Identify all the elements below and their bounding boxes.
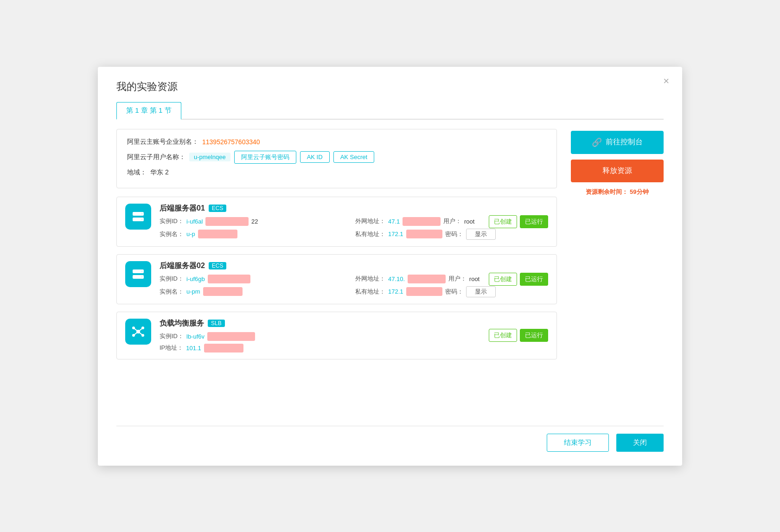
- svg-point-2: [141, 213, 143, 215]
- ecs02-actions: 已创建 已运行: [489, 273, 548, 286]
- main-content: 阿里云主账号企业别名： 1139526757603340 阿里云子用户名称： u…: [116, 129, 664, 412]
- slb-row2: IP地址： 101.1: [160, 344, 548, 353]
- slb-icon: [125, 319, 151, 345]
- slb-ip-blurred: [204, 344, 243, 353]
- ecs01-instance-id-blurred: [205, 217, 249, 226]
- slb-instance-id-value: lb-uf6v: [186, 333, 205, 340]
- link-icon: 🔗: [592, 137, 602, 147]
- ecs01-badge: ECS: [209, 205, 227, 212]
- ecs02-private-ip-label: 私有地址：: [355, 288, 385, 296]
- ecs02-user-label: 用户：: [448, 275, 467, 283]
- ecs01-title: 后端服务器01: [160, 204, 205, 213]
- slb-instance-id-blurred: [207, 332, 255, 341]
- ecs02-created-btn: 已创建: [489, 273, 517, 286]
- ecs02-show-password-btn[interactable]: 显示: [466, 286, 496, 297]
- ecs02-private-ip: 私有地址： 172.1 密码： 显示: [355, 286, 548, 297]
- ecs02-instance-name-blurred: [203, 287, 243, 296]
- ecs01-public-ip-blurred: [403, 217, 441, 226]
- resource-card-slb: 负载均衡服务 SLB 实例ID： lb-uf6v: [116, 312, 557, 359]
- ecs01-row2: 实例名： u-p 私有地址： 172.1 密码： 显: [160, 229, 548, 240]
- ecs01-actions: 已创建 已运行: [489, 215, 548, 228]
- ecs01-instance-id: 实例ID： i-uf6al 22: [160, 217, 352, 226]
- ecs02-instance-name: 实例名： u-pm: [160, 287, 352, 296]
- ecs01-public-ip-label: 外网地址：: [355, 217, 385, 225]
- svg-line-16: [138, 332, 143, 335]
- remaining-value: 59分钟: [630, 188, 648, 195]
- ecs02-instance-id-label: 实例ID：: [160, 275, 184, 283]
- btn-ak-password[interactable]: 阿里云子账号密码: [234, 151, 296, 164]
- slb-network-icon: [131, 324, 146, 339]
- ecs01-private-ip-blurred: [406, 230, 442, 238]
- slb-instance-id-label: 实例ID：: [160, 332, 184, 340]
- ecs01-instance-name-value: u-p: [186, 231, 195, 237]
- ecs01-private-ip: 私有地址： 172.1 密码： 显示: [355, 229, 548, 240]
- ecs02-user-value: root: [469, 276, 480, 282]
- slb-actions: 已创建 已运行: [489, 329, 548, 342]
- close-icon[interactable]: ×: [663, 76, 669, 86]
- slb-ip-value: 101.1: [186, 345, 201, 352]
- left-panel: 阿里云主账号企业别名： 1139526757603340 阿里云子用户名称： u…: [116, 129, 557, 412]
- user-label: 阿里云子用户名称：: [127, 153, 185, 161]
- ecs02-badge: ECS: [209, 262, 227, 269]
- ecs01-instance-id-label: 实例ID：: [160, 217, 184, 225]
- ecs02-running-btn: 已运行: [520, 273, 548, 286]
- ecs02-instance-id-blurred: [208, 275, 251, 283]
- ecs02-private-ip-value: 172.1: [388, 288, 403, 295]
- btn-akid[interactable]: AK ID: [300, 151, 330, 163]
- ecs01-instance-id-value: i-uf6al: [186, 218, 203, 225]
- svg-line-13: [134, 328, 138, 332]
- ecs02-password-label: 密码：: [445, 288, 463, 296]
- slb-title-row: 负载均衡服务 SLB: [160, 319, 548, 328]
- tab-bar: 第 1 章 第 1 节: [116, 102, 664, 120]
- ecs02-icon: [125, 261, 151, 287]
- user-value: u-pmelnqee: [189, 153, 230, 161]
- resource-card-ecs01: 后端服务器01 ECS 实例ID： i-uf6al 22: [116, 197, 557, 247]
- main-dialog: × 我的实验资源 第 1 章 第 1 节 阿里云主账号企业别名： 1139526…: [98, 67, 682, 466]
- release-resources-btn[interactable]: 释放资源: [571, 160, 664, 182]
- region-value: 华东 2: [150, 168, 169, 177]
- resource-card-ecs02: 后端服务器02 ECS 实例ID： i-uf6gb: [116, 254, 557, 304]
- ecs01-icon: [125, 204, 151, 230]
- ecs01-instance-name-blurred: [198, 230, 237, 238]
- server-icon: [131, 209, 146, 224]
- close-btn[interactable]: 关闭: [616, 434, 664, 452]
- btn-aksecret[interactable]: AK Secret: [333, 151, 375, 163]
- svg-line-15: [134, 332, 138, 335]
- ecs01-private-ip-value: 172.1: [388, 231, 403, 237]
- end-study-btn[interactable]: 结束学习: [547, 434, 609, 452]
- goto-console-btn[interactable]: 🔗 前往控制台: [571, 131, 664, 154]
- resource-cards: 后端服务器01 ECS 实例ID： i-uf6al 22: [116, 197, 557, 359]
- ecs02-public-ip-blurred: [408, 275, 446, 283]
- dialog-title: 我的实验资源: [116, 80, 664, 94]
- svg-point-7: [141, 276, 143, 278]
- ecs02-title: 后端服务器02: [160, 261, 205, 271]
- svg-point-6: [141, 270, 143, 272]
- ecs01-password-label: 密码：: [445, 230, 463, 238]
- slb-title: 负载均衡服务: [160, 319, 204, 328]
- ecs01-instance-id-suffix: 22: [251, 218, 258, 225]
- ecs01-user-label: 用户：: [443, 217, 461, 225]
- enterprise-label: 阿里云主账号企业别名：: [127, 138, 198, 146]
- slb-ip-label: IP地址：: [160, 344, 183, 352]
- ecs02-row2: 实例名： u-pm 私有地址： 172.1 密码：: [160, 286, 548, 297]
- tab-chapter1[interactable]: 第 1 章 第 1 节: [116, 102, 181, 120]
- region-row: 地域： 华东 2: [127, 168, 546, 177]
- slb-running-btn: 已运行: [520, 329, 548, 342]
- enterprise-value: 1139526757603340: [202, 138, 260, 146]
- ecs02-instance-id-value: i-uf6gb: [186, 276, 205, 282]
- ecs01-title-row: 后端服务器01 ECS: [160, 204, 548, 213]
- goto-console-label: 前往控制台: [606, 137, 643, 147]
- ecs01-created-btn: 已创建: [489, 215, 517, 228]
- ecs02-title-row: 后端服务器02 ECS: [160, 261, 548, 271]
- ecs02-instance-name-label: 实例名：: [160, 288, 184, 296]
- ecs01-private-ip-label: 私有地址：: [355, 230, 385, 238]
- slb-badge: SLB: [208, 320, 225, 327]
- ecs01-show-password-btn[interactable]: 显示: [466, 229, 496, 240]
- user-row: 阿里云子用户名称： u-pmelnqee 阿里云子账号密码 AK ID AK S…: [127, 151, 546, 164]
- svg-point-3: [141, 218, 143, 220]
- ecs01-user-value: root: [464, 218, 474, 225]
- ecs01-running-btn: 已运行: [520, 215, 548, 228]
- slb-ip: IP地址： 101.1: [160, 344, 548, 353]
- ecs02-instance-id: 实例ID： i-uf6gb: [160, 275, 352, 283]
- ecs02-public-ip-value: 47.10.: [388, 276, 405, 282]
